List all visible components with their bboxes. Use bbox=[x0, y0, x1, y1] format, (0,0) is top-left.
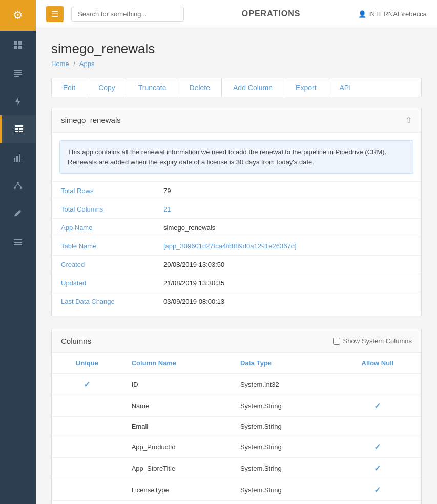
null-checkmark: ✓ bbox=[374, 486, 381, 494]
metadata-value: [app_309601d27fca4fd889d0a1291e26367d] bbox=[154, 237, 421, 256]
columns-table-body: ✓IDSystem.Int32NameSystem.String✓EmailSy… bbox=[52, 373, 421, 504]
svg-line-22 bbox=[18, 184, 21, 187]
col-header-unique: Unique bbox=[52, 353, 122, 373]
metadata-label: Total Rows bbox=[52, 182, 154, 200]
metadata-row: Last Data Change03/09/2019 08:00:13 bbox=[52, 292, 421, 311]
col-unique bbox=[52, 501, 122, 505]
col-allow-null: ✓ bbox=[334, 479, 421, 501]
show-system-cols-label[interactable]: Show System Columns bbox=[333, 337, 412, 345]
card-title: simego_renewals bbox=[61, 116, 121, 124]
svg-rect-25 bbox=[14, 244, 22, 245]
metadata-value: 21/08/2019 13:30:35 bbox=[154, 274, 421, 292]
svg-rect-12 bbox=[15, 131, 18, 132]
col-name: Name bbox=[122, 395, 231, 417]
logo-icon: ⚙ bbox=[13, 9, 23, 22]
card-collapse-button[interactable]: ⇧ bbox=[405, 115, 412, 125]
metadata-row: Created20/08/2019 13:03:50 bbox=[52, 256, 421, 274]
col-allow-null: ✓ bbox=[334, 395, 421, 417]
svg-rect-10 bbox=[15, 128, 18, 130]
col-data-type: System.String bbox=[231, 479, 334, 501]
sidebar-item-edit[interactable] bbox=[0, 200, 36, 228]
edit-button[interactable]: Edit bbox=[52, 78, 87, 97]
api-button[interactable]: API bbox=[328, 78, 363, 97]
delete-button[interactable]: Delete bbox=[178, 78, 222, 97]
metadata-value: simego_renewals bbox=[154, 219, 421, 237]
user-info: 👤 INTERNAL\rebecca bbox=[358, 10, 427, 18]
svg-rect-2 bbox=[14, 46, 17, 49]
metadata-row: App Namesimego_renewals bbox=[52, 219, 421, 237]
svg-rect-14 bbox=[14, 158, 15, 162]
sidebar-item-table[interactable] bbox=[0, 115, 36, 143]
svg-point-19 bbox=[14, 187, 16, 189]
col-name: ID bbox=[122, 373, 231, 395]
col-unique bbox=[52, 395, 122, 417]
svg-rect-11 bbox=[19, 128, 23, 130]
export-button[interactable]: Export bbox=[284, 78, 328, 97]
svg-point-18 bbox=[17, 182, 19, 184]
sidebar-item-chart[interactable] bbox=[0, 143, 36, 172]
sidebar-item-grid[interactable] bbox=[0, 31, 36, 59]
metadata-link[interactable]: [app_309601d27fca4fd889d0a1291e26367d] bbox=[163, 242, 297, 250]
show-system-cols-checkbox[interactable] bbox=[333, 338, 340, 345]
menu-button[interactable]: ☰ bbox=[46, 6, 64, 22]
metadata-row: Table Name[app_309601d27fca4fd889d0a1291… bbox=[52, 237, 421, 256]
search-input[interactable] bbox=[71, 7, 184, 22]
col-allow-null bbox=[334, 373, 421, 395]
col-name: Qty bbox=[122, 501, 231, 505]
metadata-link[interactable]: 21 bbox=[163, 205, 171, 213]
table-row: LicenseTypeSystem.String✓ bbox=[52, 479, 421, 501]
col-unique bbox=[52, 436, 122, 458]
unique-checkmark: ✓ bbox=[84, 380, 90, 389]
col-allow-null bbox=[334, 417, 421, 436]
add-column-button[interactable]: Add Column bbox=[222, 78, 284, 97]
col-data-type: System.String bbox=[231, 417, 334, 436]
sidebar-item-list[interactable] bbox=[0, 228, 36, 256]
col-data-type: System.String bbox=[231, 458, 334, 479]
sidebar-item-lightning[interactable] bbox=[0, 87, 36, 115]
svg-point-20 bbox=[20, 187, 22, 189]
columns-table-head: Unique Column Name Data Type Allow Null bbox=[52, 353, 421, 373]
col-header-name: Column Name bbox=[122, 353, 231, 373]
navbar: ☰ OPERATIONS 👤 INTERNAL\rebecca bbox=[36, 0, 437, 28]
show-system-cols-text: Show System Columns bbox=[343, 337, 412, 345]
sidebar-item-pages[interactable] bbox=[0, 59, 36, 87]
columns-table: Unique Column Name Data Type Allow Null … bbox=[52, 353, 421, 504]
breadcrumb-apps[interactable]: Apps bbox=[79, 60, 95, 68]
col-name: App_StoreTitle bbox=[122, 458, 231, 479]
col-header-null: Allow Null bbox=[334, 353, 421, 373]
metadata-row: Total Rows79 bbox=[52, 182, 421, 200]
svg-rect-23 bbox=[14, 239, 22, 240]
null-checkmark: ✓ bbox=[374, 464, 381, 473]
metadata-table: Total Rows79Total Columns21App Namesimeg… bbox=[52, 181, 421, 310]
card-header: simego_renewals ⇧ bbox=[52, 108, 421, 133]
svg-rect-24 bbox=[14, 242, 22, 243]
col-data-type: System.String bbox=[231, 395, 334, 417]
copy-button[interactable]: Copy bbox=[87, 78, 127, 97]
svg-rect-16 bbox=[19, 154, 20, 162]
username: INTERNAL\rebecca bbox=[368, 10, 427, 18]
metadata-value: 03/09/2019 08:00:13 bbox=[154, 292, 421, 311]
content-area: simego_renewals Home / Apps Edit Copy Tr… bbox=[36, 28, 437, 504]
col-data-type: System.Int32 bbox=[231, 373, 334, 395]
sidebar: ⚙ bbox=[0, 0, 36, 504]
sidebar-item-network[interactable] bbox=[0, 172, 36, 200]
svg-rect-13 bbox=[19, 131, 23, 132]
metadata-row: Updated21/08/2019 13:30:35 bbox=[52, 274, 421, 292]
col-unique bbox=[52, 458, 122, 479]
svg-rect-15 bbox=[16, 156, 18, 162]
columns-card: Columns Show System Columns Unique Colum… bbox=[51, 329, 422, 504]
svg-rect-4 bbox=[14, 70, 22, 71]
metadata-value: 20/08/2019 13:03:50 bbox=[154, 256, 421, 274]
info-description: This app contains all the renewal inform… bbox=[59, 140, 413, 174]
page-title: simego_renewals bbox=[51, 41, 422, 57]
truncate-button[interactable]: Truncate bbox=[127, 78, 178, 97]
svg-marker-8 bbox=[15, 97, 20, 106]
breadcrumb-home[interactable]: Home bbox=[51, 60, 69, 68]
svg-rect-7 bbox=[14, 76, 19, 77]
main-area: ☰ OPERATIONS 👤 INTERNAL\rebecca simego_r… bbox=[36, 0, 437, 504]
null-checkmark: ✓ bbox=[374, 402, 381, 410]
col-allow-null: ✓ bbox=[334, 458, 421, 479]
breadcrumb-separator: / bbox=[73, 60, 75, 68]
breadcrumb: Home / Apps bbox=[51, 60, 422, 68]
table-row: EmailSystem.String bbox=[52, 417, 421, 436]
